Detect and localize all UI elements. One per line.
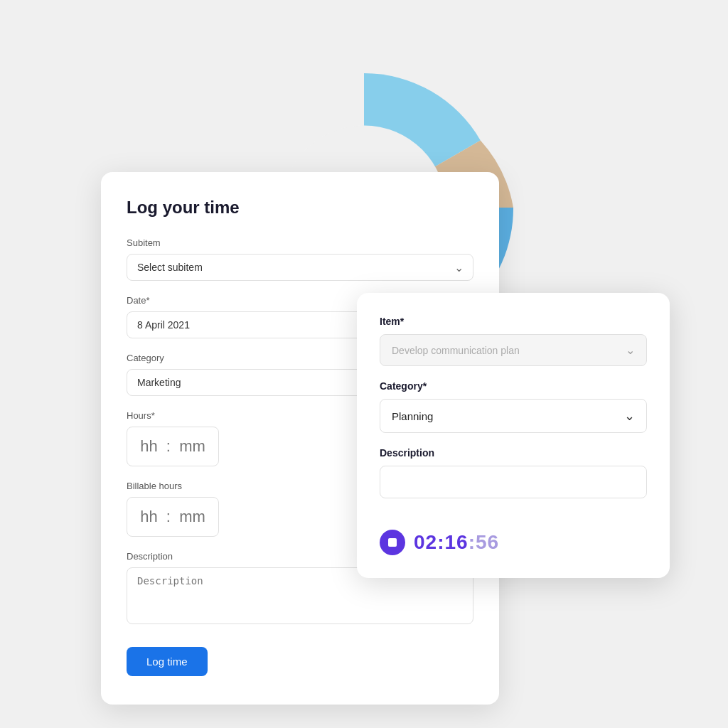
item-category-label: Category* (380, 380, 647, 392)
timer-display: 02:16:56 (414, 531, 499, 554)
hours-input[interactable] (127, 427, 219, 466)
item-field-group: Item* Develop communication plan ⌄ (380, 316, 647, 366)
billable-input[interactable] (127, 497, 219, 537)
stop-timer-button[interactable] (380, 530, 405, 555)
item-category-field-group: Category* Planning ⌄ (380, 380, 647, 433)
subitem-field-group: Subitem Select subitem (127, 237, 473, 281)
stop-icon (388, 538, 397, 547)
item-description-field-group: Description (380, 447, 647, 515)
subitem-select-wrapper: Select subitem (127, 254, 473, 281)
category-chevron-down-icon: ⌄ (624, 408, 635, 424)
item-category-select[interactable]: Planning ⌄ (380, 399, 647, 433)
item-value: Develop communication plan (392, 345, 520, 356)
timer-minutes: 16 (444, 531, 468, 553)
item-select-disabled[interactable]: Develop communication plan ⌄ (380, 334, 647, 366)
log-card-title: Log your time (127, 198, 473, 218)
subitem-select[interactable]: Select subitem (127, 254, 473, 281)
item-chevron-down-icon: ⌄ (626, 343, 635, 357)
item-label: Item* (380, 316, 647, 327)
subitem-label: Subitem (127, 237, 473, 248)
item-category-value: Planning (392, 410, 433, 422)
item-description-label: Description (380, 447, 647, 459)
item-card: Item* Develop communication plan ⌄ Categ… (357, 293, 670, 578)
item-description-input[interactable] (380, 466, 647, 498)
log-time-button[interactable]: Log time (127, 647, 208, 676)
timer-seconds: :56 (469, 531, 499, 553)
timer-row: 02:16:56 (380, 530, 647, 555)
timer-hours: 02 (414, 531, 437, 553)
